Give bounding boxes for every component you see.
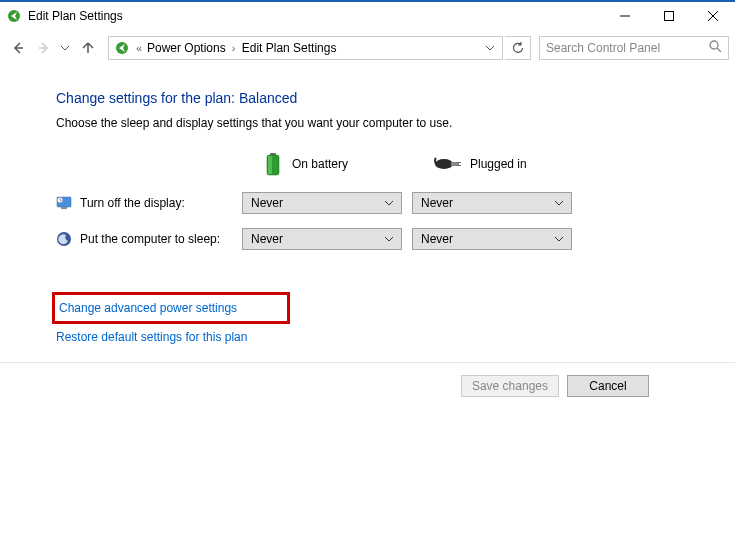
page-title: Change settings for the plan: Balanced	[56, 90, 735, 106]
history-dropdown[interactable]	[58, 36, 72, 60]
svg-rect-2	[665, 12, 674, 21]
forward-button[interactable]	[32, 36, 56, 60]
advanced-settings-link[interactable]: Change advanced power settings	[52, 292, 290, 324]
minimize-button[interactable]	[603, 2, 647, 30]
svg-line-9	[717, 48, 721, 52]
setting-row-display: Turn off the display: Never Never	[56, 192, 735, 214]
search-icon	[709, 40, 722, 56]
setting-label: Turn off the display:	[56, 195, 242, 211]
battery-icon	[264, 152, 282, 176]
display-icon	[56, 195, 72, 211]
up-button[interactable]	[76, 36, 100, 60]
window-title: Edit Plan Settings	[28, 9, 123, 23]
breadcrumb-separator[interactable]: «	[133, 42, 145, 54]
search-input[interactable]: Search Control Panel	[539, 36, 729, 60]
search-placeholder: Search Control Panel	[546, 41, 660, 55]
refresh-button[interactable]	[505, 36, 531, 60]
app-icon	[6, 8, 22, 24]
column-header-plugged: Plugged in	[434, 156, 604, 172]
chevron-down-icon	[555, 234, 563, 244]
breadcrumb-item[interactable]: Edit Plan Settings	[240, 41, 339, 55]
page-subtext: Choose the sleep and display settings th…	[56, 116, 735, 130]
title-bar: Edit Plan Settings	[0, 2, 735, 30]
cancel-button[interactable]: Cancel	[567, 375, 649, 397]
content-area: Change settings for the plan: Balanced C…	[0, 66, 735, 344]
setting-row-sleep: Put the computer to sleep: Never Never	[56, 228, 735, 250]
sleep-plugged-select[interactable]: Never	[412, 228, 572, 250]
sleep-icon	[56, 231, 72, 247]
plug-icon	[434, 156, 462, 172]
chevron-down-icon	[385, 198, 393, 208]
breadcrumb[interactable]: « Power Options › Edit Plan Settings	[108, 36, 503, 60]
window-controls	[603, 2, 735, 30]
breadcrumb-icon	[113, 39, 131, 57]
restore-defaults-link[interactable]: Restore default settings for this plan	[56, 330, 735, 344]
display-plugged-select[interactable]: Never	[412, 192, 572, 214]
breadcrumb-chevron-icon[interactable]: ›	[228, 42, 240, 54]
close-button[interactable]	[691, 2, 735, 30]
nav-bar: « Power Options › Edit Plan Settings Sea…	[0, 30, 735, 66]
links-area: Change advanced power settings Restore d…	[56, 292, 735, 344]
breadcrumb-item[interactable]: Power Options	[145, 41, 228, 55]
setting-label: Put the computer to sleep:	[56, 231, 242, 247]
column-header-battery: On battery	[264, 152, 434, 176]
maximize-button[interactable]	[647, 2, 691, 30]
sleep-battery-select[interactable]: Never	[242, 228, 402, 250]
chevron-down-icon	[555, 198, 563, 208]
breadcrumb-dropdown[interactable]	[482, 46, 498, 51]
svg-point-8	[710, 41, 718, 49]
button-bar: Save changes Cancel	[0, 363, 735, 397]
svg-rect-18	[61, 207, 67, 209]
display-battery-select[interactable]: Never	[242, 192, 402, 214]
back-button[interactable]	[6, 36, 30, 60]
chevron-down-icon	[385, 234, 393, 244]
svg-rect-12	[268, 156, 272, 174]
save-button[interactable]: Save changes	[461, 375, 559, 397]
svg-point-13	[435, 159, 453, 169]
